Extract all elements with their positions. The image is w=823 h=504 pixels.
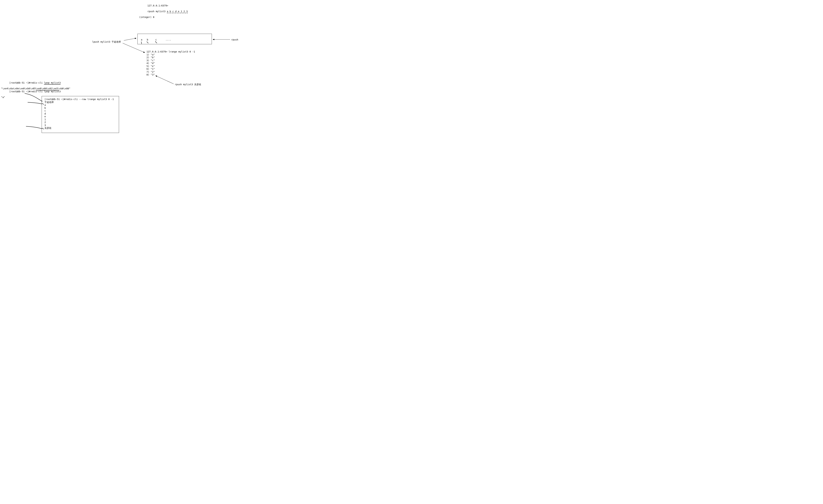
prompt-text: 127.0.0.1:6379> (148, 4, 168, 7)
rpush-response: (integer) 8 (139, 16, 188, 19)
shell-lpop1-prefix: [root@db-51 ~]#redis-cli (9, 81, 44, 84)
shell-lpop1-cmdline: [root@db-51 ~]#redis-cli lpop mylist3 (1, 78, 70, 87)
raw-l7: 2 (44, 121, 116, 124)
arrow-lpush-to-lrange (123, 43, 145, 53)
raw-lrange-box: [root@db-51 ~]#redis-cli --raw lrange my… (42, 96, 119, 133)
raw-l4: d (44, 112, 116, 115)
raw-l5: e (44, 115, 116, 118)
rpush-label: rpush (231, 38, 238, 41)
diagram-canvas: 127.0.0.1:6379> rpush mylist3 a b c d e … (0, 0, 240, 135)
raw-l6: 1 (44, 118, 116, 121)
raw-l3: c (44, 109, 116, 112)
lrange-block: 127.0.0.1:6379> lrange mylist3 0 -1 1) "… (147, 50, 195, 76)
raw-l9: 吴彦祖 (44, 127, 116, 130)
arrow-to-raw-l9 (26, 126, 42, 129)
raw-l0: 于超老师 (44, 101, 116, 104)
slot-rest: .... (166, 38, 171, 41)
raw-lrange-header: [root@db-51 ~]#redis-cli --raw lrange my… (44, 98, 116, 101)
rpush-cmd-head: rpush mylist3 (148, 10, 167, 13)
lrange-l2: 2) "b" (147, 56, 195, 59)
raw-l1: a (44, 103, 116, 106)
shell-lpop2-cmdline: [root@db-51 ~]#redis-cli lpop mylist3 (1, 87, 60, 96)
rpush-bottom-label: rpush mylist3 吴彦祖 (175, 83, 201, 86)
slot-c: c (155, 38, 157, 41)
lrange-l1: 1) "a" (147, 53, 195, 56)
lrange-header: 127.0.0.1:6379> lrange mylist3 0 -1 (147, 50, 195, 53)
lrange-l7: 7) "2" (147, 70, 195, 73)
lrange-l8: 8) "3" (147, 73, 195, 76)
arrow-overlay (0, 0, 240, 135)
arrow-rpush-bottom (156, 76, 174, 84)
arrow-lpush-to-box (124, 38, 136, 40)
lrange-l3: 3) "c" (147, 59, 195, 62)
raw-l8: 3 (44, 124, 116, 127)
shell-lpop1-cmd: lpop mylist3 (44, 81, 60, 84)
underline-extra (36, 90, 59, 90)
terminal-rpush-block: 127.0.0.1:6379> rpush mylist3 a b c d e … (139, 1, 188, 19)
lrange-l6: 6) "1" (147, 68, 195, 70)
arrow-to-raw-l1a (28, 102, 42, 104)
lrange-l5: 5) "e" (147, 65, 195, 68)
rpush-command-line: 127.0.0.1:6379> rpush mylist3 a b c d e … (139, 1, 188, 16)
rpush-args-underlined: a b c d e 1 2 3 (167, 10, 188, 13)
lrange-l4: 4) "d" (147, 62, 195, 65)
lpush-label: lpush mylist3 于超老师 (92, 40, 121, 43)
slot-a: a (141, 38, 142, 41)
slot-b: b (147, 38, 148, 41)
list-box: a b c .... (137, 34, 212, 44)
raw-l2: b (44, 106, 116, 109)
